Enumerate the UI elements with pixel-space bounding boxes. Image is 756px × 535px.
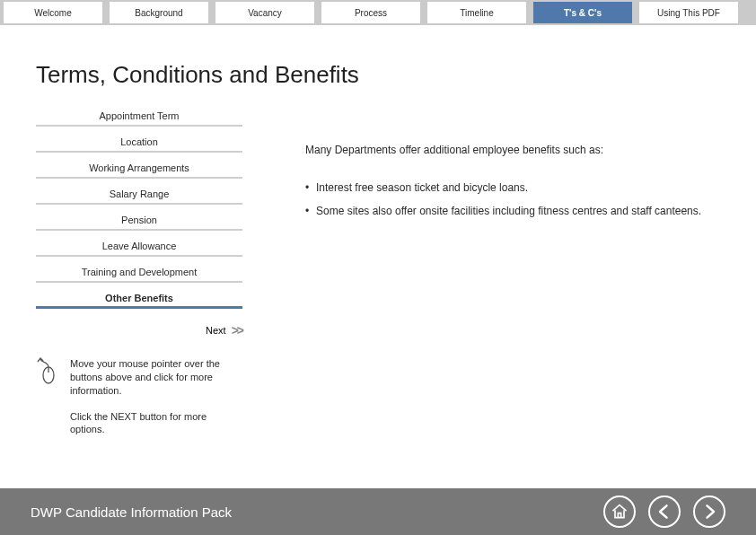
sidebar-item-location[interactable]: Location — [36, 133, 242, 153]
content-area: Terms, Conditions and Benefits Appointme… — [0, 25, 756, 488]
hint-row-1: Move your mouse pointer over the buttons… — [36, 357, 242, 398]
nav-tab-process[interactable]: Process — [321, 2, 420, 23]
nav-tab-vacancy[interactable]: Vacancy — [215, 2, 314, 23]
sidebar-item-salary-range[interactable]: Salary Range — [36, 185, 242, 205]
home-button[interactable] — [603, 496, 636, 528]
next-button[interactable]: Next >> — [36, 323, 242, 338]
nav-tab-background[interactable]: Background — [110, 2, 208, 23]
sidebar-item-appointment-term[interactable]: Appointment Term — [36, 107, 242, 127]
next-page-button[interactable] — [693, 496, 725, 528]
arrow-right-icon — [700, 503, 718, 521]
prev-button[interactable] — [648, 496, 681, 528]
benefit-item: Interest free season ticket and bicycle … — [305, 181, 720, 194]
benefits-list: Interest free season ticket and bicycle … — [305, 181, 720, 217]
next-label: Next — [206, 325, 226, 336]
home-icon — [611, 503, 629, 521]
left-column: Terms, Conditions and Benefits Appointme… — [36, 61, 269, 488]
nav-tab-timeline[interactable]: Timeline — [427, 2, 526, 23]
intro-text: Many Departments offer additional employ… — [305, 144, 720, 156]
hint-text-2: Click the NEXT button for more options. — [70, 410, 232, 437]
sidebar-tabs: Appointment Term Location Working Arrang… — [36, 107, 242, 309]
footer-bar: DWP Candidate Information Pack — [0, 488, 756, 535]
nav-tab-tcs[interactable]: T's & C's — [533, 2, 632, 23]
top-nav: Welcome Background Vacancy Process Timel… — [0, 0, 756, 25]
footer-nav-icons — [603, 496, 725, 528]
sidebar-item-pension[interactable]: Pension — [36, 211, 242, 231]
sidebar-item-leave-allowance[interactable]: Leave Allowance — [36, 237, 242, 257]
arrow-left-icon — [655, 503, 673, 521]
sidebar-item-working-arrangements[interactable]: Working Arrangements — [36, 159, 242, 179]
nav-tab-using-pdf[interactable]: Using This PDF — [639, 2, 738, 23]
hint-text-1: Move your mouse pointer over the buttons… — [70, 357, 242, 398]
nav-tab-welcome[interactable]: Welcome — [4, 2, 102, 23]
mouse-icon — [36, 357, 61, 398]
next-arrows-icon: >> — [232, 323, 242, 338]
benefit-item: Some sites also offer onsite facilities … — [305, 205, 720, 217]
sidebar-item-training-development[interactable]: Training and Development — [36, 263, 242, 283]
footer-title: DWP Candidate Information Pack — [31, 504, 232, 520]
sidebar-item-other-benefits[interactable]: Other Benefits — [36, 289, 242, 309]
main-column: Many Departments offer additional employ… — [269, 61, 720, 488]
